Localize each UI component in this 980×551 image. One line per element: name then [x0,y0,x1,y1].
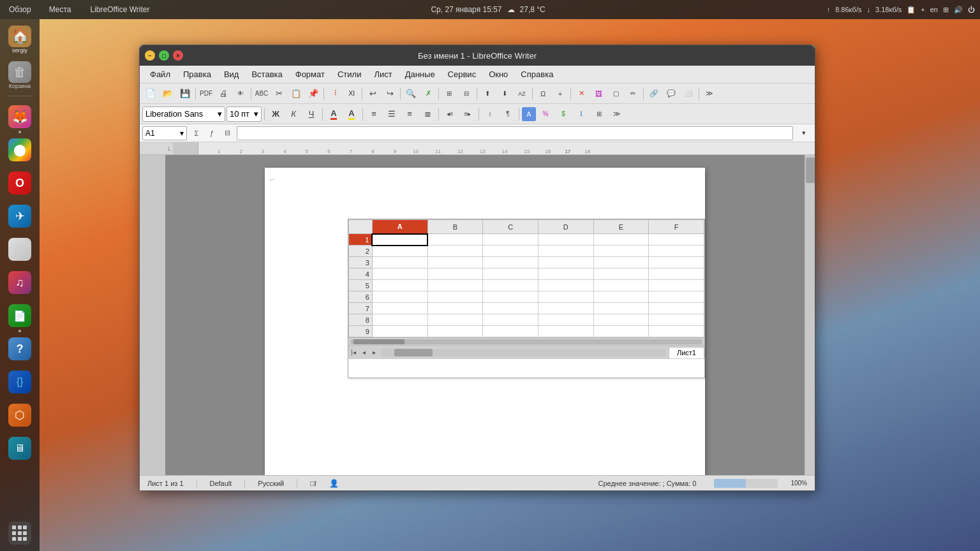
cell-D6[interactable] [538,291,593,303]
cell-C9[interactable] [483,326,538,337]
col-header-E[interactable]: E [593,220,649,234]
row-header-2[interactable]: 2 [349,246,373,257]
decrease-btn[interactable]: ⬇ [496,86,513,101]
menu-help[interactable]: Справка [516,68,558,81]
formula-sum-btn[interactable]: Σ [189,126,204,140]
thousand-btn[interactable]: ⊞ [591,107,607,122]
sheet-nav-next[interactable]: ▸ [369,348,379,358]
cell-F9[interactable] [649,326,704,337]
cell-A4[interactable] [372,268,427,280]
screenshot-icon[interactable]: 📋 [907,6,916,14]
decimal-btn[interactable]: 𝕀 [573,107,590,122]
dock-item-files[interactable]: 🗂 [6,235,34,263]
dock-item-opera[interactable]: O [6,169,34,197]
cell-F4[interactable] [649,268,704,280]
menu-insert[interactable]: Вставка [246,68,287,81]
cell-D1[interactable] [538,234,593,246]
sheet-nav-prev[interactable]: ◂ [359,348,369,358]
paste-btn[interactable]: 📌 [305,86,322,101]
row-header-8[interactable]: 8 [349,314,373,326]
cell-C3[interactable] [483,257,538,268]
cell-F2[interactable] [649,246,704,257]
spelling-btn[interactable]: ABC [253,86,270,101]
cell-F8[interactable] [649,314,704,326]
dock-item-blender[interactable]: ⬡ [6,401,34,429]
volume-icon[interactable]: 🔊 [954,6,963,14]
cell-E9[interactable] [593,326,649,337]
find-btn[interactable]: 🔍 [403,86,419,101]
highlight-btn[interactable]: A [343,107,360,122]
cell-A8[interactable] [372,314,427,326]
indent-inc-btn[interactable]: ≡▸ [459,107,476,122]
clear-format-btn[interactable]: Ⅺ [343,86,360,101]
cell-D7[interactable] [538,303,593,314]
indent-dec-btn[interactable]: ◂≡ [442,107,458,122]
sheet-nav-first[interactable]: |◂ [348,348,359,358]
font-size-box[interactable]: 10 пт ▾ [226,107,262,122]
dock-item-vscode[interactable]: {} [6,368,34,396]
cell-B1[interactable] [427,234,483,246]
special-chars-btn[interactable]: Ω [535,86,551,101]
more-btn[interactable]: ≫ [701,86,718,101]
cell-E7[interactable] [593,303,649,314]
print-btn[interactable]: 🖨 [215,86,232,101]
dock-item-help[interactable]: ? [6,335,34,363]
formula-input[interactable] [237,126,793,140]
plus-icon[interactable]: + [921,6,924,13]
menu-format[interactable]: Формат [290,68,330,81]
dock-item-chrome[interactable]: ⬤ [6,136,34,164]
dock-item-firefox[interactable]: 🦊 [6,103,34,131]
clear-btn[interactable]: ✗ [420,86,436,101]
dock-item-trash[interactable]: 🗑 Корзина [6,61,34,89]
increase-btn[interactable]: ⬆ [479,86,496,101]
draw-btn[interactable]: ✏ [625,86,641,101]
line-spacing-btn[interactable]: ↕ [482,107,498,122]
cell-A2[interactable] [372,246,427,257]
cell-F3[interactable] [649,257,704,268]
bold-btn[interactable]: Ж [267,107,284,122]
cell-B9[interactable] [427,326,483,337]
cell-D9[interactable] [538,326,593,337]
maximize-button[interactable]: □ [159,50,169,61]
dock-item-libreoffice[interactable]: 📄 [6,302,34,330]
row-header-1[interactable]: 1 [349,234,373,246]
row-header-7[interactable]: 7 [349,303,373,314]
image-btn[interactable]: 🖼 [590,86,607,101]
paragraph-btn[interactable]: ¶ [500,107,516,122]
table-btn[interactable]: ⊞ [441,86,457,101]
col-header-A[interactable]: A [372,220,427,234]
italic-btn[interactable]: К [285,107,302,122]
cell-B5[interactable] [427,280,483,291]
underline-btn[interactable]: Ч [303,107,320,122]
bg-color-btn[interactable]: A [522,107,536,121]
align-left-btn[interactable]: ≡ [366,107,382,122]
cell-B6[interactable] [427,291,483,303]
frame-toggle-btn[interactable]: ⬜ [680,86,697,101]
cell-B3[interactable] [427,257,483,268]
cell-A9[interactable] [372,326,427,337]
dock-item-rhythmbox[interactable]: ♫ [6,268,34,297]
copy-btn[interactable]: 📋 [288,86,304,101]
redo-btn[interactable]: ↪ [382,86,398,101]
hyperlink-btn[interactable]: 🔗 [646,86,662,101]
special-chars2-btn[interactable]: + [552,86,568,101]
frame-btn[interactable]: ▢ [607,86,624,101]
cell-B4[interactable] [427,268,483,280]
menu-view[interactable]: Вид [219,68,244,81]
row-header-4[interactable]: 4 [349,268,373,280]
cell-F6[interactable] [649,291,704,303]
cell-C6[interactable] [483,291,538,303]
font-color-btn[interactable]: A [325,107,342,122]
undo-btn[interactable]: ↩ [364,86,381,101]
row-header-9[interactable]: 9 [349,326,373,337]
cell-C1[interactable] [483,234,538,246]
open-btn[interactable]: 📂 [160,86,176,101]
export-pdf-btn[interactable]: PDF [198,86,214,101]
cell-C5[interactable] [483,280,538,291]
formula-bar-toggle[interactable]: ▾ [796,126,812,141]
row-header-3[interactable]: 3 [349,257,373,268]
cell-C4[interactable] [483,268,538,280]
note-btn[interactable]: 💬 [663,86,679,101]
close-button[interactable]: × [173,50,183,61]
cell-B2[interactable] [427,246,483,257]
